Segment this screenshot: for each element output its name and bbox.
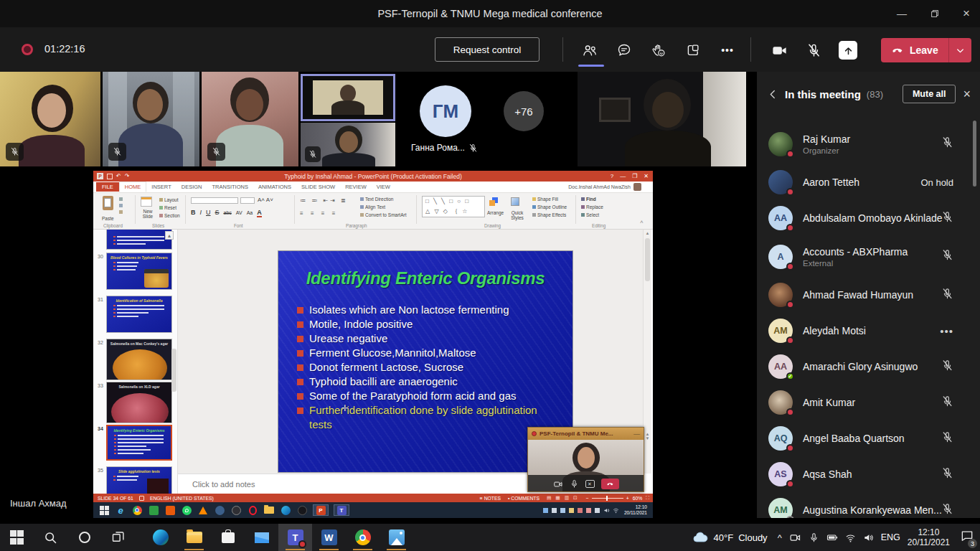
participant-row[interactable]: AQ Angel Baaba Quartson	[757, 420, 974, 456]
shared-app-green-icon	[148, 504, 159, 516]
participant-face	[236, 89, 263, 121]
participant-body	[19, 135, 85, 166]
scroll-thumb	[645, 238, 650, 281]
back-icon[interactable]	[767, 88, 779, 100]
close-button[interactable]: ×	[951, 0, 980, 27]
video-frame	[313, 80, 383, 115]
mic-muted-button[interactable]	[798, 39, 829, 62]
thumb-num: 33	[98, 383, 103, 388]
taskbar-photos-icon[interactable]	[380, 524, 413, 551]
language-status: ENGLISH (UNITED STATES)	[150, 496, 214, 501]
paste-icon	[100, 196, 115, 215]
participant-body	[322, 153, 375, 166]
participant-face	[37, 93, 66, 128]
taskbar-edge-icon[interactable]	[143, 524, 177, 551]
camera-button[interactable]	[763, 39, 795, 62]
more-actions-button[interactable]: •••	[712, 39, 743, 62]
tray-expand-chevron[interactable]: ^	[778, 532, 782, 543]
clipboard-small-icons	[119, 197, 129, 219]
ppt-account: Doc.Inshal AhmAd NwaZish	[568, 183, 641, 191]
participants-button[interactable]	[574, 39, 606, 62]
video-tile-2[interactable]	[103, 72, 199, 166]
share-icon	[839, 41, 857, 60]
participant-mic-muted-icon[interactable]	[941, 288, 953, 303]
video-tile-5[interactable]	[301, 123, 395, 166]
participant-row[interactable]: Raj KumarOrganizer	[757, 123, 974, 164]
mute-all-button[interactable]: Mute all	[903, 85, 956, 103]
taskbar-teams-icon[interactable]: T	[278, 524, 312, 551]
share-button[interactable]	[832, 39, 864, 62]
font-style-icons: BIUS abcAVAa A	[191, 209, 262, 217]
participant-mic-muted-icon[interactable]	[941, 136, 953, 151]
avatar	[768, 390, 793, 415]
leave-options-button[interactable]	[948, 38, 971, 62]
participant-row[interactable]: AM Aleydah Motsi •••	[757, 313, 974, 349]
video-tile-4-active-speaker[interactable]	[301, 74, 395, 121]
participant-mic-muted-icon[interactable]	[941, 503, 953, 518]
ppt-account-name: Doc.Inshal AhmAd NwaZish	[568, 184, 631, 189]
overflow-count-badge[interactable]: +76	[504, 91, 544, 131]
participant-row[interactable]: AM× Augustina Korankyewaa Men...	[757, 492, 974, 518]
notification-center-button[interactable]: 3	[960, 529, 974, 546]
video-tile-6[interactable]	[578, 72, 746, 166]
restore-button[interactable]	[920, 0, 950, 27]
video-tile-3[interactable]	[202, 72, 298, 166]
tray-meet-now-icon[interactable]	[789, 532, 801, 544]
breakout-rooms-button[interactable]	[677, 39, 709, 62]
participant-row[interactable]: AA Abdulsalam Omobayo Akinlade	[757, 200, 974, 236]
participant-mic-muted-icon[interactable]	[941, 431, 953, 446]
participant-mic-muted-icon[interactable]	[941, 395, 953, 410]
tray-battery-icon[interactable]	[826, 532, 838, 543]
participant-row[interactable]: AA✓ Amarachi Glory Asinugwo	[757, 349, 974, 385]
meeting-title: PSF-Ternopil & TNMU Mega medical confere…	[0, 0, 980, 27]
weather-widget[interactable]: 40°F Cloudy	[692, 529, 768, 546]
participant-mic-muted-icon[interactable]	[941, 359, 953, 375]
slide-bullet: Motile, Indole positive	[297, 317, 562, 331]
request-control-button[interactable]: Request control	[435, 37, 540, 62]
language-indicator[interactable]: ENG	[881, 532, 900, 542]
group-divider	[185, 195, 186, 224]
taskbar-explorer-icon[interactable]	[177, 524, 211, 551]
avatar-gm[interactable]: ГМ	[420, 85, 471, 137]
mini-share-icon: ✕	[585, 480, 595, 488]
participant-row[interactable]: A Accounts - ABXPharmaExternal	[757, 236, 974, 277]
participant-mic-muted-icon[interactable]	[941, 211, 953, 226]
video-tile-1[interactable]	[0, 72, 100, 166]
participant-mic-muted-icon[interactable]	[941, 467, 953, 482]
taskbar-chrome-icon[interactable]	[346, 524, 380, 551]
chat-button[interactable]	[608, 39, 640, 62]
participant-mic-muted-icon[interactable]	[941, 249, 953, 264]
participant-row[interactable]: Amit Kumar	[757, 385, 974, 420]
raise-hand-button[interactable]	[643, 39, 674, 62]
panel-close-icon[interactable]: ×	[961, 87, 972, 102]
taskbar-mail-icon[interactable]	[245, 524, 278, 551]
participant-more-options[interactable]: •••	[940, 325, 953, 337]
leave-button[interactable]: Leave	[881, 38, 948, 62]
participant-row[interactable]: AS Aqsa Shah	[757, 456, 974, 492]
tray-wifi-icon[interactable]	[845, 532, 856, 543]
task-view-button[interactable]	[101, 524, 135, 551]
participant-body	[216, 125, 283, 166]
replace-label: Replace	[581, 204, 603, 209]
panel-header: In this meeting (83) Mute all ×	[767, 85, 972, 103]
participant-row[interactable]: Ahmad Fawad Humayun	[757, 277, 974, 313]
participant-row[interactable]: Aaron Tetteh On hold	[757, 164, 974, 200]
clock-time: 12:10	[908, 527, 950, 537]
shared-teams-icon: T	[334, 504, 349, 516]
ppt-tab-insert: INSERT	[146, 182, 176, 192]
tray-mic-icon[interactable]	[809, 532, 819, 543]
font-size-box	[240, 197, 255, 204]
panel-scrollbar[interactable]	[973, 121, 976, 187]
minimize-button[interactable]: —	[887, 0, 917, 27]
cortana-button[interactable]	[67, 524, 101, 551]
arrange-icon	[489, 197, 499, 207]
tray-volume-icon[interactable]	[863, 532, 874, 543]
taskbar-clock[interactable]: 12:10 20/11/2021	[908, 527, 950, 547]
start-button[interactable]	[0, 524, 34, 551]
taskbar-word-icon[interactable]: W	[312, 524, 346, 551]
avatar	[768, 170, 793, 194]
taskbar-store-icon[interactable]	[211, 524, 245, 551]
shared-clock: 12:10 20/11/2021	[624, 504, 647, 516]
leave-label: Leave	[910, 44, 938, 56]
search-button[interactable]	[34, 524, 67, 551]
